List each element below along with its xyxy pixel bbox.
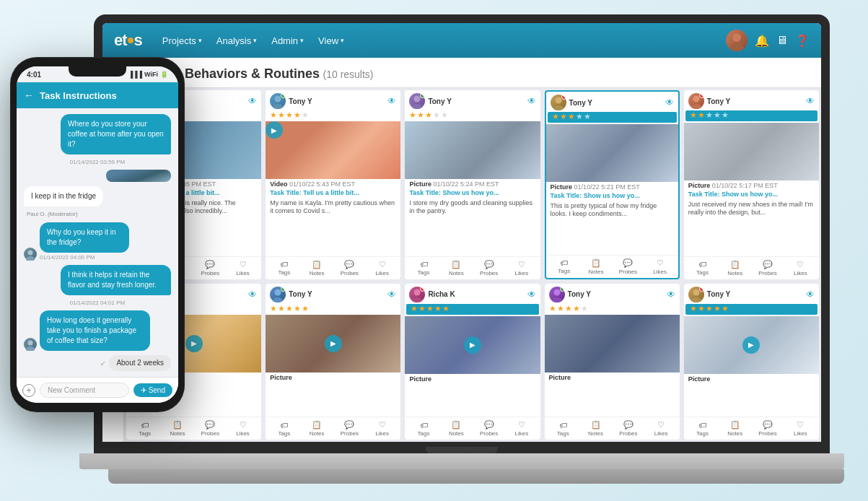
laptop-foot: [108, 469, 844, 484]
notes-button[interactable]: 📋Notes: [580, 419, 611, 437]
visibility-icon[interactable]: 👁: [527, 96, 536, 106]
card-2-2[interactable]: Tony Y 👁 ★★★★★ ▶ Picture 🏷Tags 📋Notes: [266, 284, 400, 440]
likes-button[interactable]: ♡Likes: [227, 419, 258, 437]
status-dot: [420, 93, 425, 98]
probes-button[interactable]: 💬Probes: [613, 258, 643, 276]
probes-button[interactable]: 💬Probes: [473, 259, 504, 277]
visibility-icon[interactable]: 👁: [665, 97, 674, 108]
card-1-5[interactable]: Tony Y 👁 ★★★★★ Picture 01/10/22 5:17 PM …: [684, 90, 819, 279]
notes-button[interactable]: 📋Notes: [441, 419, 472, 437]
likes-button[interactable]: ♡Likes: [785, 419, 816, 437]
star-rating: ★★★★★: [406, 304, 538, 315]
visibility-icon[interactable]: 👁: [806, 96, 815, 106]
visibility-icon[interactable]: 👁: [806, 289, 815, 300]
play-button[interactable]: ▶: [266, 121, 283, 139]
card-avatar: [549, 287, 565, 302]
card-header: Tony Y 👁: [684, 90, 819, 110]
card-1-2[interactable]: Tony Y 👁 ★★★★★ ▶ Video 01/10/22 5:43 PM …: [266, 90, 400, 279]
notes-button[interactable]: 📋Notes: [301, 259, 332, 277]
answer-bubble: About 2 weeks: [109, 355, 171, 371]
visibility-icon[interactable]: 👁: [387, 96, 396, 106]
add-attachment-button[interactable]: +: [22, 384, 35, 397]
card-1-3[interactable]: Tony Y 👁 ★★★★★ Picture 01/10/22 5:24 PM …: [405, 90, 540, 279]
card-description: My name is Kayla. I'm pretty cautious wh…: [266, 199, 400, 256]
tags-button[interactable]: 🏷Tags: [687, 420, 718, 437]
tags-button[interactable]: 🏷Tags: [408, 420, 439, 437]
probes-button[interactable]: 💬Probes: [334, 419, 365, 437]
phone-status-right: ▐▐▐ WiFi 🔋: [128, 71, 168, 78]
message-time-2: 01/14/2022 04:01 PM: [24, 300, 171, 306]
notes-button[interactable]: 📋Notes: [581, 258, 611, 276]
tags-button[interactable]: 🏷Tags: [687, 259, 718, 276]
likes-button[interactable]: ♡Likes: [506, 419, 537, 437]
probes-button[interactable]: 💬Probes: [195, 419, 226, 437]
tags-button[interactable]: 🏷Tags: [548, 420, 579, 437]
card-meta: Picture: [545, 373, 680, 383]
card-2-5[interactable]: Tony Y 👁 ★★★★★ ▶ Picture 🏷Tags 📋Notes: [684, 284, 819, 440]
notes-button[interactable]: 📋Notes: [162, 419, 193, 437]
tags-button[interactable]: 🏷Tags: [408, 259, 439, 276]
card-meta: Picture: [684, 374, 819, 384]
star-rating: ★★★★★: [266, 304, 400, 315]
back-button[interactable]: ←: [24, 90, 34, 101]
mod-question-2: How long does it generally take you to f…: [40, 310, 150, 351]
svg-point-5: [273, 104, 283, 109]
likes-button[interactable]: ♡Likes: [367, 259, 398, 277]
probes-button[interactable]: 💬Probes: [752, 419, 783, 437]
card-meta: Picture 01/10/22 5:24 PM EST: [405, 179, 540, 189]
card-meta: Video 01/10/22 5:43 PM EST: [266, 179, 400, 189]
play-button[interactable]: ▶: [742, 336, 760, 354]
visibility-icon[interactable]: 👁: [667, 289, 675, 300]
probes-button[interactable]: 💬Probes: [473, 419, 504, 437]
user-avatar[interactable]: [726, 30, 748, 51]
notes-button[interactable]: 📋Notes: [719, 259, 750, 277]
svg-point-17: [412, 297, 422, 302]
signal-icon: ▐▐▐: [128, 71, 142, 78]
play-button[interactable]: ▶: [464, 336, 481, 354]
nav-projects[interactable]: Projects ▾: [157, 32, 208, 49]
visibility-icon[interactable]: 👁: [527, 289, 536, 300]
help-icon[interactable]: ❓: [795, 34, 810, 48]
notes-button[interactable]: 📋Notes: [719, 419, 750, 437]
card-image: ▶: [266, 121, 400, 179]
tags-button[interactable]: 🏷Tags: [129, 420, 160, 437]
likes-button[interactable]: ♡Likes: [227, 259, 258, 277]
card-1-4[interactable]: Tony Y 👁 ★★★★★ Picture 01/10/22 5:21 PM …: [545, 90, 680, 279]
likes-button[interactable]: ♡Likes: [785, 259, 816, 277]
likes-button[interactable]: ♡Likes: [645, 419, 676, 437]
probes-button[interactable]: 💬Probes: [752, 259, 783, 277]
phone-nav: ← Task Instructions: [17, 82, 178, 108]
card-meta: Picture 01/10/22 5:17 PM EST: [684, 180, 819, 191]
phone-nav-title: Task Instructions: [40, 90, 117, 101]
status-dot: [281, 287, 286, 292]
visibility-icon[interactable]: 👁: [387, 289, 396, 300]
likes-button[interactable]: ♡Likes: [367, 419, 398, 437]
probes-button[interactable]: 💬Probes: [613, 419, 644, 437]
card-2-3[interactable]: Richa K 👁 ★★★★★ ▶ Picture 🏷Tags 📋Note: [405, 284, 540, 440]
likes-button[interactable]: ♡Likes: [644, 258, 675, 276]
send-button[interactable]: ✈ Send: [133, 383, 172, 397]
svg-point-25: [26, 347, 35, 351]
tags-button[interactable]: 🏷Tags: [549, 258, 579, 275]
tags-button[interactable]: 🏷Tags: [268, 259, 299, 276]
nav-view[interactable]: View ▾: [312, 32, 350, 49]
star-rating: ★★★★★: [266, 110, 400, 121]
likes-button[interactable]: ♡Likes: [506, 259, 537, 277]
card-2-4[interactable]: Tony Y 👁 ★★★★★ Picture 🏷Tags 📋Notes 💬Pro…: [545, 284, 680, 440]
tags-button[interactable]: 🏷Tags: [268, 420, 299, 437]
visibility-icon[interactable]: 👁: [248, 96, 257, 106]
nav-admin[interactable]: Admin ▾: [266, 32, 310, 49]
nav-analysis[interactable]: Analysis ▾: [211, 32, 263, 49]
visibility-icon[interactable]: 👁: [248, 289, 257, 300]
bell-icon[interactable]: 🔔: [755, 34, 769, 48]
task-title: Task Title: Show us how yo...: [405, 189, 540, 199]
comment-input[interactable]: New Comment: [40, 383, 129, 398]
notes-button[interactable]: 📋Notes: [441, 259, 472, 277]
play-button[interactable]: ▶: [325, 335, 342, 352]
monitor-icon[interactable]: 🖥: [776, 34, 788, 47]
play-button[interactable]: ▶: [185, 335, 203, 352]
probes-button[interactable]: 💬Probes: [334, 259, 365, 277]
notes-button[interactable]: 📋Notes: [301, 419, 332, 437]
probes-button[interactable]: 💬Probes: [195, 259, 226, 277]
svg-point-0: [732, 33, 741, 42]
